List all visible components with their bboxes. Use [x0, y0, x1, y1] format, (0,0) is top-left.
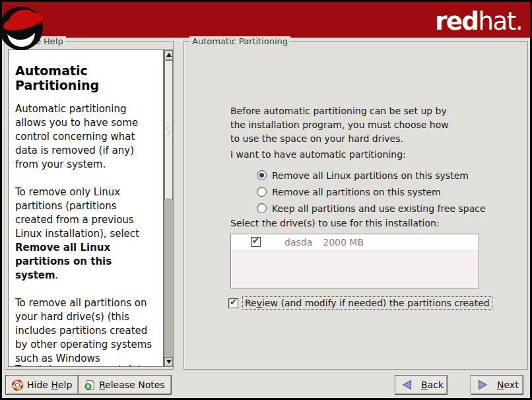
- label-mnemonic: R: [99, 380, 105, 390]
- drive-row-dasda[interactable]: dasda 2000 MB: [231, 234, 479, 250]
- back-label: Back: [421, 380, 444, 390]
- radio-label: Remove all Linux partitions on this syst…: [272, 170, 469, 181]
- drives-select-label: Select the drive(s) to use for this inst…: [230, 218, 440, 228]
- next-arrow-icon: [478, 380, 488, 390]
- brand-rest: hat: [479, 7, 515, 36]
- redhat-shadowman-logo: [1, 0, 50, 59]
- help-paragraph-3: To remove all partitions on your hard dr…: [15, 296, 155, 367]
- drive-size: 2000 MB: [323, 237, 364, 248]
- radio-button-icon[interactable]: [257, 203, 267, 213]
- review-label-pre: Re: [245, 298, 257, 308]
- next-label: Next: [497, 380, 519, 390]
- label-mnemonic: B: [421, 380, 428, 390]
- radio-remove-linux-partitions[interactable]: Remove all Linux partitions on this syst…: [257, 167, 486, 183]
- help-p2-pre: To remove only Linux partitions (partiti…: [15, 186, 139, 240]
- review-checkbox-label: Review (and modify if needed) the partit…: [242, 296, 492, 310]
- question-text: I want to have automatic partitioning:: [230, 149, 406, 160]
- label-mnemonic: H: [51, 380, 58, 390]
- hide-help-button[interactable]: Hide Help: [5, 375, 79, 395]
- drive-name: dasda: [284, 237, 312, 248]
- label-mnemonic: N: [497, 380, 504, 390]
- radio-button-icon[interactable]: [257, 170, 267, 180]
- content-area: Online Help Automatic Partitioning Autom…: [2, 38, 530, 398]
- review-partitions-option[interactable]: Review (and modify if needed) the partit…: [228, 296, 492, 310]
- scroll-down-button[interactable]: [164, 357, 173, 366]
- scrollbar-thumb[interactable]: [164, 60, 173, 199]
- drive-list[interactable]: dasda 2000 MB: [230, 234, 479, 288]
- label-post: elp: [58, 380, 72, 390]
- back-arrow-icon: [402, 380, 412, 390]
- brand-dot: .: [515, 7, 522, 36]
- help-heading: Automatic Partitioning: [15, 63, 155, 92]
- brand-bold: red: [435, 7, 478, 36]
- automatic-partitioning-frame-label: Automatic Partitioning: [189, 36, 290, 46]
- help-text-viewport: Automatic Partitioning Automatic partiti…: [8, 50, 164, 367]
- partitioning-radio-group: Remove all Linux partitions on this syst…: [257, 167, 486, 217]
- redhat-wordmark: redhat.: [435, 7, 522, 36]
- radio-keep-all-partitions[interactable]: Keep all partitions and use existing fre…: [257, 200, 486, 217]
- intro-text: Before automatic partitioning can be set…: [230, 104, 459, 146]
- review-checkbox[interactable]: [228, 298, 238, 308]
- release-notes-page-icon: [84, 380, 95, 391]
- radio-label: Keep all partitions and use existing fre…: [272, 203, 486, 214]
- online-help-frame: Online Help Automatic Partitioning Autom…: [5, 41, 174, 370]
- radio-remove-all-partitions[interactable]: Remove all partitions on this system: [257, 183, 486, 200]
- review-label-post: iew (and modify if needed) the partition…: [262, 298, 490, 308]
- release-notes-label: Release Notes: [99, 380, 165, 390]
- scroll-up-button[interactable]: [164, 50, 173, 59]
- radio-label: Remove all partitions on this system: [272, 187, 441, 197]
- label-post: elease Notes: [105, 380, 165, 390]
- top-banner: redhat.: [2, 2, 530, 38]
- hide-help-label: Hide Help: [27, 380, 72, 390]
- help-p3-pre: To remove all partitions on your hard dr…: [15, 297, 152, 367]
- life-ring-icon: [12, 380, 23, 391]
- radio-button-icon[interactable]: [257, 187, 267, 197]
- label-post: ext: [504, 380, 518, 390]
- help-scrollbar[interactable]: [164, 50, 174, 367]
- help-p2-post: .: [55, 269, 59, 281]
- release-notes-button[interactable]: Release Notes: [78, 375, 172, 395]
- scroll-up-icon: [166, 53, 172, 57]
- label-pre: Hide: [27, 380, 51, 390]
- label-post: ack: [428, 380, 444, 390]
- help-paragraph-1: Automatic partitioning allows you to hav…: [15, 102, 155, 172]
- next-button[interactable]: Next: [471, 375, 523, 395]
- help-paragraph-2: To remove only Linux partitions (partiti…: [15, 185, 155, 283]
- installer-window: redhat. Online Help Automatic Partitioni…: [0, 0, 532, 400]
- automatic-partitioning-frame: Automatic Partitioning Before automatic …: [183, 41, 528, 370]
- help-p2-bold: Remove all Linux partitions on this syst…: [15, 242, 112, 281]
- scroll-down-icon: [166, 360, 172, 364]
- drive-checkbox[interactable]: [251, 237, 261, 247]
- review-label-mnemonic: v: [257, 298, 262, 308]
- back-button[interactable]: Back: [395, 375, 448, 395]
